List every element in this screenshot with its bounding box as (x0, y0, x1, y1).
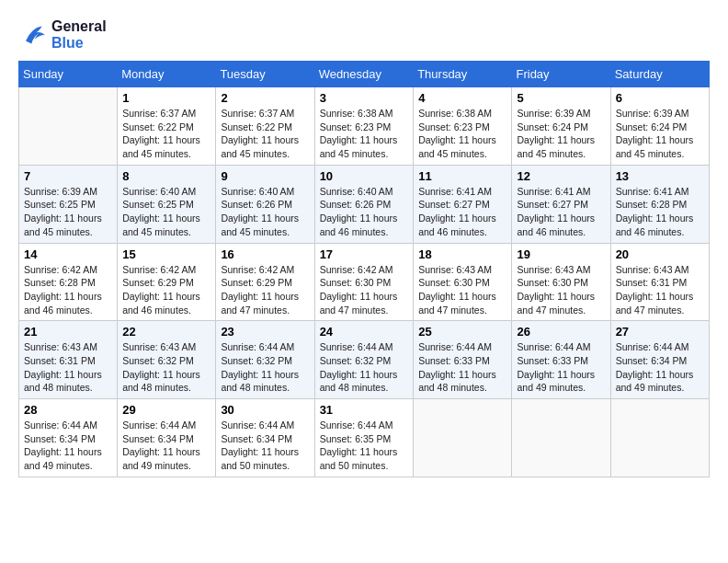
calendar-cell: 3Sunrise: 6:38 AMSunset: 6:23 PMDaylight… (314, 87, 414, 166)
calendar-week-row: 1Sunrise: 6:37 AMSunset: 6:22 PMDaylight… (19, 87, 710, 166)
calendar-cell: 5Sunrise: 6:39 AMSunset: 6:24 PMDaylight… (512, 87, 610, 166)
day-number: 23 (221, 325, 309, 339)
day-number: 17 (320, 247, 409, 261)
day-info: Sunrise: 6:44 AMSunset: 6:33 PMDaylight:… (418, 340, 506, 395)
day-info: Sunrise: 6:43 AMSunset: 6:30 PMDaylight:… (418, 263, 506, 317)
day-number: 27 (616, 325, 704, 339)
day-info: Sunrise: 6:40 AMSunset: 6:26 PMDaylight:… (320, 185, 409, 239)
day-info: Sunrise: 6:43 AMSunset: 6:31 PMDaylight:… (24, 340, 112, 395)
calendar-cell (610, 399, 709, 477)
day-number: 18 (418, 247, 506, 261)
day-number: 21 (24, 325, 112, 339)
day-info: Sunrise: 6:44 AMSunset: 6:34 PMDaylight:… (221, 419, 309, 473)
calendar-week-row: 28Sunrise: 6:44 AMSunset: 6:34 PMDayligh… (19, 399, 710, 477)
weekday-header: Thursday (414, 62, 512, 87)
weekday-header: Wednesday (314, 62, 414, 87)
calendar-cell: 31Sunrise: 6:44 AMSunset: 6:35 PMDayligh… (314, 399, 414, 477)
calendar-cell: 4Sunrise: 6:38 AMSunset: 6:23 PMDaylight… (414, 87, 512, 166)
day-info: Sunrise: 6:40 AMSunset: 6:26 PMDaylight:… (221, 185, 309, 239)
day-info: Sunrise: 6:44 AMSunset: 6:32 PMDaylight:… (221, 340, 309, 395)
logo-text: General Blue (51, 18, 107, 52)
day-info: Sunrise: 6:41 AMSunset: 6:28 PMDaylight:… (616, 185, 704, 239)
day-info: Sunrise: 6:44 AMSunset: 6:35 PMDaylight:… (320, 419, 409, 473)
calendar-cell: 17Sunrise: 6:42 AMSunset: 6:30 PMDayligh… (314, 243, 414, 321)
calendar-week-row: 21Sunrise: 6:43 AMSunset: 6:31 PMDayligh… (19, 321, 710, 399)
day-info: Sunrise: 6:41 AMSunset: 6:27 PMDaylight:… (418, 185, 506, 239)
day-info: Sunrise: 6:43 AMSunset: 6:32 PMDaylight:… (122, 340, 210, 395)
calendar-cell: 20Sunrise: 6:43 AMSunset: 6:31 PMDayligh… (610, 243, 709, 321)
day-info: Sunrise: 6:40 AMSunset: 6:25 PMDaylight:… (122, 185, 210, 239)
day-number: 26 (517, 325, 605, 339)
day-info: Sunrise: 6:37 AMSunset: 6:22 PMDaylight:… (221, 107, 309, 161)
day-number: 16 (221, 247, 309, 261)
day-number: 6 (616, 91, 704, 105)
logo-icon (18, 20, 48, 50)
day-number: 30 (221, 403, 309, 417)
day-number: 22 (122, 325, 210, 339)
day-info: Sunrise: 6:41 AMSunset: 6:27 PMDaylight:… (517, 185, 605, 239)
day-number: 13 (616, 169, 704, 183)
day-info: Sunrise: 6:39 AMSunset: 6:25 PMDaylight:… (24, 185, 112, 239)
weekday-header: Monday (118, 62, 216, 87)
calendar-cell: 21Sunrise: 6:43 AMSunset: 6:31 PMDayligh… (19, 321, 118, 399)
day-number: 3 (320, 91, 409, 105)
day-number: 20 (616, 247, 704, 261)
weekday-header: Tuesday (216, 62, 314, 87)
calendar-cell: 7Sunrise: 6:39 AMSunset: 6:25 PMDaylight… (19, 165, 118, 243)
day-info: Sunrise: 6:44 AMSunset: 6:32 PMDaylight:… (320, 340, 409, 395)
day-info: Sunrise: 6:42 AMSunset: 6:30 PMDaylight:… (320, 263, 409, 317)
calendar-cell: 18Sunrise: 6:43 AMSunset: 6:30 PMDayligh… (414, 243, 512, 321)
day-info: Sunrise: 6:42 AMSunset: 6:29 PMDaylight:… (221, 263, 309, 317)
calendar-cell: 14Sunrise: 6:42 AMSunset: 6:28 PMDayligh… (19, 243, 118, 321)
day-info: Sunrise: 6:44 AMSunset: 6:34 PMDaylight:… (24, 419, 112, 473)
day-info: Sunrise: 6:44 AMSunset: 6:33 PMDaylight:… (517, 340, 605, 395)
day-number: 15 (122, 247, 210, 261)
day-info: Sunrise: 6:42 AMSunset: 6:29 PMDaylight:… (122, 263, 210, 317)
day-number: 7 (24, 169, 112, 183)
day-info: Sunrise: 6:44 AMSunset: 6:34 PMDaylight:… (122, 419, 210, 473)
day-number: 14 (24, 247, 112, 261)
day-info: Sunrise: 6:38 AMSunset: 6:23 PMDaylight:… (418, 107, 506, 161)
day-number: 25 (418, 325, 506, 339)
day-info: Sunrise: 6:38 AMSunset: 6:23 PMDaylight:… (320, 107, 409, 161)
calendar-cell: 15Sunrise: 6:42 AMSunset: 6:29 PMDayligh… (118, 243, 216, 321)
calendar-table: SundayMondayTuesdayWednesdayThursdayFrid… (18, 61, 710, 477)
weekday-header: Sunday (19, 62, 118, 87)
day-number: 28 (24, 403, 112, 417)
calendar-cell: 16Sunrise: 6:42 AMSunset: 6:29 PMDayligh… (216, 243, 314, 321)
calendar-cell (19, 87, 118, 166)
day-number: 11 (418, 169, 506, 183)
day-number: 29 (122, 403, 210, 417)
calendar-cell: 30Sunrise: 6:44 AMSunset: 6:34 PMDayligh… (216, 399, 314, 477)
day-number: 1 (122, 91, 210, 105)
calendar-cell: 28Sunrise: 6:44 AMSunset: 6:34 PMDayligh… (19, 399, 118, 477)
weekday-header: Friday (512, 62, 610, 87)
day-info: Sunrise: 6:42 AMSunset: 6:28 PMDaylight:… (24, 263, 112, 317)
day-info: Sunrise: 6:43 AMSunset: 6:30 PMDaylight:… (517, 263, 605, 317)
day-info: Sunrise: 6:44 AMSunset: 6:34 PMDaylight:… (616, 340, 704, 395)
day-info: Sunrise: 6:43 AMSunset: 6:31 PMDaylight:… (616, 263, 704, 317)
day-number: 24 (320, 325, 409, 339)
calendar-cell: 9Sunrise: 6:40 AMSunset: 6:26 PMDaylight… (216, 165, 314, 243)
day-info: Sunrise: 6:39 AMSunset: 6:24 PMDaylight:… (616, 107, 704, 161)
calendar-header-row: SundayMondayTuesdayWednesdayThursdayFrid… (19, 62, 710, 87)
calendar-cell: 13Sunrise: 6:41 AMSunset: 6:28 PMDayligh… (610, 165, 709, 243)
calendar-cell: 2Sunrise: 6:37 AMSunset: 6:22 PMDaylight… (216, 87, 314, 166)
day-info: Sunrise: 6:39 AMSunset: 6:24 PMDaylight:… (517, 107, 605, 161)
day-number: 8 (122, 169, 210, 183)
day-number: 9 (221, 169, 309, 183)
logo: General Blue (18, 18, 107, 52)
calendar-cell: 24Sunrise: 6:44 AMSunset: 6:32 PMDayligh… (314, 321, 414, 399)
day-number: 12 (517, 169, 605, 183)
calendar-cell: 19Sunrise: 6:43 AMSunset: 6:30 PMDayligh… (512, 243, 610, 321)
calendar-cell (414, 399, 512, 477)
day-number: 2 (221, 91, 309, 105)
calendar-cell: 11Sunrise: 6:41 AMSunset: 6:27 PMDayligh… (414, 165, 512, 243)
calendar-cell: 10Sunrise: 6:40 AMSunset: 6:26 PMDayligh… (314, 165, 414, 243)
calendar-cell: 8Sunrise: 6:40 AMSunset: 6:25 PMDaylight… (118, 165, 216, 243)
day-info: Sunrise: 6:37 AMSunset: 6:22 PMDaylight:… (122, 107, 210, 161)
calendar-week-row: 14Sunrise: 6:42 AMSunset: 6:28 PMDayligh… (19, 243, 710, 321)
calendar-cell: 25Sunrise: 6:44 AMSunset: 6:33 PMDayligh… (414, 321, 512, 399)
day-number: 4 (418, 91, 506, 105)
calendar-cell: 22Sunrise: 6:43 AMSunset: 6:32 PMDayligh… (118, 321, 216, 399)
